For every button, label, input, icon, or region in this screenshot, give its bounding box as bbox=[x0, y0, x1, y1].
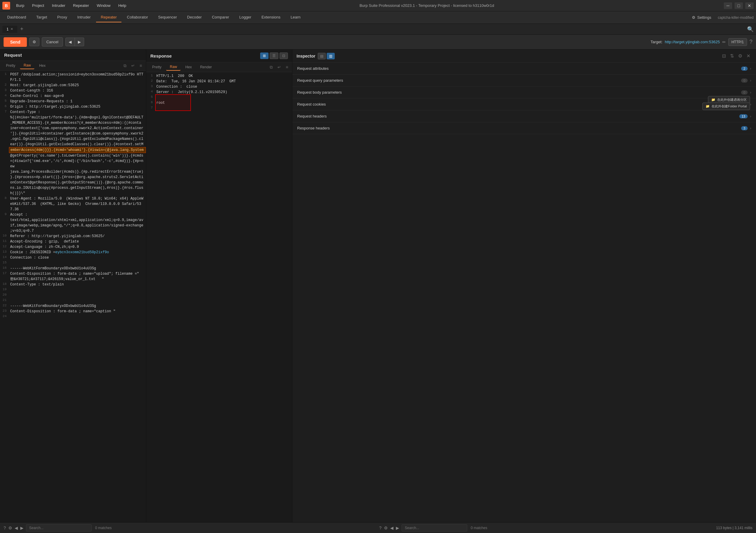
settings-label: Settings bbox=[697, 15, 711, 20]
insp-view-btn-1[interactable]: ▤ bbox=[318, 53, 326, 59]
nav-tab-extensions[interactable]: Extensions bbox=[256, 13, 285, 22]
response-wrap-button[interactable]: ↵ bbox=[276, 64, 283, 70]
nav-tab-target[interactable]: Target bbox=[32, 13, 52, 22]
menu-project[interactable]: Project bbox=[28, 2, 47, 9]
request-body[interactable]: 1 POST /doUpload.action;jsessionid=eybcn… bbox=[0, 71, 146, 522]
nav-tab-dashboard[interactable]: Dashboard bbox=[2, 13, 31, 22]
expand-arrow-icon: › bbox=[750, 78, 751, 83]
inspector-section-header-request-headers[interactable]: Request headers 13 › bbox=[292, 110, 756, 122]
inspector-section-header-cookies[interactable]: Request cookies 1 › bbox=[292, 98, 756, 110]
request-wrap-button[interactable]: ↵ bbox=[130, 63, 136, 69]
forward-button[interactable]: ▶ bbox=[75, 38, 84, 46]
inspector-settings-btn[interactable]: ⚙ bbox=[737, 52, 744, 59]
resp-settings-button[interactable]: ⚙ bbox=[384, 525, 388, 530]
inspector-section-header-body-params[interactable]: Request body parameters 0 › bbox=[292, 87, 756, 98]
inspector-badge: 13 bbox=[739, 114, 748, 119]
resp-help-button[interactable]: ? bbox=[379, 525, 382, 530]
request-more-button[interactable]: ≡ bbox=[138, 63, 144, 69]
nav-tab-logger[interactable]: Logger bbox=[234, 13, 256, 22]
inspector-content: Request attributes 2 › Request query par… bbox=[292, 63, 756, 522]
tooltip-text-2: 在此外创建Folder Portal bbox=[712, 104, 747, 109]
response-body[interactable]: 1 HTTP/1.1 200 OK 2 Date: Tue, 16 Jan 20… bbox=[146, 72, 292, 522]
req-help-button[interactable]: ? bbox=[4, 525, 6, 530]
folder-icon-2: 📁 bbox=[706, 104, 710, 108]
response-line: 4 Server : Jetty(9.2.11.v20150529) bbox=[146, 90, 292, 95]
http-version-selector[interactable]: HTTP/1 bbox=[728, 38, 747, 46]
menu-help[interactable]: Help bbox=[115, 2, 130, 9]
inspector-section-request-attributes: Request attributes 2 › bbox=[292, 63, 756, 74]
request-tab-bar: Pretty Raw Hex ⧉ ↵ ≡ bbox=[0, 61, 146, 71]
settings-icon: ⚙ bbox=[692, 15, 695, 20]
inspector-section-title: Request headers bbox=[297, 114, 739, 119]
resp-tab-pretty[interactable]: Pretty bbox=[148, 64, 165, 70]
response-line: 2 Date: Tue, 16 Jan 2024 01:34:27 GMT bbox=[146, 79, 292, 84]
resp-view-split-btn[interactable]: ⊞ bbox=[260, 52, 268, 59]
menu-burp[interactable]: Burp bbox=[13, 2, 28, 9]
nav-tab-comparer[interactable]: Comparer bbox=[207, 13, 234, 22]
nav-tab-intruder[interactable]: Intruder bbox=[72, 13, 95, 22]
tab-close-icon[interactable]: ✕ bbox=[11, 27, 13, 31]
insp-view-btn-2[interactable]: ▥ bbox=[327, 53, 335, 59]
nav-tab-sequencer[interactable]: Sequencer bbox=[153, 13, 182, 22]
settings-gear-button[interactable]: ⚙ bbox=[29, 38, 40, 46]
request-line: %{(#nike='multipart/form-data').{#dm=@og… bbox=[0, 115, 146, 125]
inspector-section-header-response-headers[interactable]: Response headers 3 › bbox=[292, 122, 756, 134]
back-button[interactable]: ◀ bbox=[65, 38, 75, 46]
inspector-section-title: Request cookies bbox=[297, 102, 741, 106]
cancel-button[interactable]: Cancel bbox=[42, 37, 63, 46]
inspector-arrows-btn[interactable]: ⇅ bbox=[729, 52, 735, 59]
req-tab-hex[interactable]: Hex bbox=[36, 62, 49, 69]
resp-tab-hex[interactable]: Hex bbox=[182, 64, 195, 70]
add-tab-button[interactable]: + bbox=[18, 25, 25, 33]
inspector-section-header-query-params[interactable]: Request query parameters 0 › bbox=[292, 74, 756, 86]
inspector-close-btn[interactable]: ✕ bbox=[745, 52, 752, 59]
request-copy-button[interactable]: ⧉ bbox=[122, 63, 128, 69]
request-line: ']).{#ognlUtil=#container.getInstance(@c… bbox=[0, 131, 146, 136]
response-more-button[interactable]: ≡ bbox=[284, 64, 290, 70]
request-line: 20 bbox=[0, 293, 146, 298]
nav-tab-proxy[interactable]: Proxy bbox=[52, 13, 72, 22]
nav-tab-decoder[interactable]: Decoder bbox=[182, 13, 206, 22]
resp-tab-render[interactable]: Render bbox=[197, 64, 215, 70]
req-tab-raw[interactable]: Raw bbox=[20, 62, 34, 69]
nav-tab-repeater[interactable]: Repeater bbox=[96, 13, 122, 22]
resp-view-list-btn[interactable]: ☰ bbox=[270, 52, 278, 59]
inspector-badge: 2 bbox=[741, 67, 748, 71]
request-search-input[interactable] bbox=[26, 524, 92, 531]
response-view-buttons: ⊞ ☰ ⊡ bbox=[260, 52, 288, 59]
edit-target-icon[interactable]: ✏ bbox=[722, 40, 726, 44]
resp-back-button[interactable]: ◀ bbox=[390, 525, 393, 530]
req-forward-button[interactable]: ▶ bbox=[20, 525, 24, 530]
menu-repeater[interactable]: Repeater bbox=[69, 2, 93, 9]
nav-tab-collaborator[interactable]: Collaborator bbox=[122, 13, 153, 22]
close-button[interactable]: ✕ bbox=[745, 2, 754, 9]
req-tab-pretty[interactable]: Pretty bbox=[2, 62, 19, 69]
req-settings-button[interactable]: ⚙ bbox=[8, 525, 12, 530]
inspector-layout-btn[interactable]: ⊟ bbox=[720, 52, 727, 59]
request-line: onContext@getResponse().getOutputStream(… bbox=[0, 180, 146, 185]
help-button[interactable]: ? bbox=[749, 39, 752, 45]
resp-tab-raw[interactable]: Raw bbox=[166, 64, 180, 71]
send-button[interactable]: Send bbox=[4, 37, 27, 47]
request-line: text/html,application/xhtml+xml,applicat… bbox=[0, 217, 146, 223]
resp-forward-button[interactable]: ▶ bbox=[396, 525, 399, 530]
menu-window[interactable]: Window bbox=[93, 2, 114, 9]
maximize-button[interactable]: □ bbox=[735, 2, 743, 9]
nav-tab-learn[interactable]: Learn bbox=[286, 13, 305, 22]
request-line: 15 bbox=[0, 260, 146, 266]
inspector-badge: 0 bbox=[741, 78, 748, 83]
req-back-button[interactable]: ◀ bbox=[14, 525, 18, 530]
resp-view-single-btn[interactable]: ⊡ bbox=[280, 52, 288, 59]
menu-intruder[interactable]: Intruder bbox=[48, 2, 69, 9]
response-panel-title: Response bbox=[150, 53, 172, 59]
settings-button[interactable]: ⚙ Settings bbox=[688, 13, 715, 21]
inspector-view-buttons: ▤ ▥ bbox=[318, 53, 335, 59]
response-copy-button[interactable]: ⧉ bbox=[268, 64, 274, 70]
minimize-button[interactable]: ─ bbox=[724, 2, 732, 9]
window-controls: ─ □ ✕ bbox=[724, 2, 754, 9]
response-search-input[interactable] bbox=[402, 524, 467, 531]
inspector-section-header-request-attributes[interactable]: Request attributes 2 › bbox=[292, 63, 756, 74]
global-search-button[interactable]: 🔍 bbox=[747, 26, 754, 33]
request-line: 3 Content-Length : 316 bbox=[0, 88, 146, 93]
repeater-tab-1[interactable]: 1 ✕ bbox=[2, 26, 17, 33]
